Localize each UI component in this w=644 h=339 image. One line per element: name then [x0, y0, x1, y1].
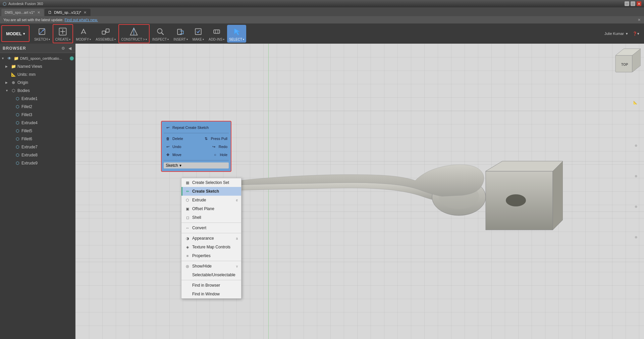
model-arrow-icon: ▾ [23, 32, 25, 36]
svg-line-1 [39, 29, 45, 35]
tabs-bar: DMS_spo...art v1* ✕ 🗋 DMS_sp...v1(1)* ✕ [0, 7, 644, 16]
menu-create-selection-set[interactable]: ▦ Create Selection Set [181, 178, 241, 187]
move-hole-row[interactable]: ✥ Move ○ Hole [164, 151, 229, 158]
delete-item[interactable]: 🗑 Delete ⇅ Press Pull [164, 135, 229, 142]
axis-v-marks: ⊕ ⊕ ⊕ ⊕ [635, 144, 637, 239]
mini-context-menu: ↩ Repeat Create Sketch 🗑 Delete ⇅ Press … [161, 121, 231, 172]
menu-selectable[interactable]: Selectable/Unselectable [181, 271, 241, 279]
undo-label: Undo [172, 145, 181, 149]
menu-show-hide[interactable]: ◎ Show/Hide v [181, 262, 241, 271]
inspect-icon [155, 26, 166, 37]
tree-extrude7[interactable]: ▶ ⬡ Extrude7 [0, 143, 75, 151]
tab-1-close[interactable]: ✕ [37, 10, 41, 14]
appearance-icon: ◑ [185, 236, 190, 241]
toolbar-sketch[interactable]: SKETCH▾ [32, 25, 52, 43]
toolbar-assemble[interactable]: ASSEMBLE▾ [94, 25, 118, 43]
svg-rect-8 [106, 29, 109, 32]
make-icon [193, 26, 204, 37]
tree-extrude1[interactable]: ▶ ⬡ Extrude1 [0, 95, 75, 103]
viewport[interactable]: TOP 📐 ↩ Repeat Create Sketch 🗑 Delete [75, 44, 644, 339]
tree-extrude4[interactable]: ▶ ⬡ Extrude4 [0, 119, 75, 127]
move-label: Move [172, 153, 181, 157]
tree-fillet2[interactable]: ▶ ⬡ Fillet2 [0, 103, 75, 111]
tab-2[interactable]: 🗋 DMS_sp...v1(1)* ✕ [45, 9, 91, 16]
repeat-create-sketch-item[interactable]: ↩ Repeat Create Sketch [164, 124, 229, 131]
update-link[interactable]: Find out what's new. [64, 18, 98, 22]
convert-label: Convert [192, 226, 206, 230]
texture-map-icon: ◈ [185, 244, 190, 250]
minimize-button[interactable]: ─ [625, 1, 629, 6]
show-hide-label: Show/Hide [192, 264, 212, 269]
tree-bodies[interactable]: ▼ ⬡ Bodies [0, 87, 75, 95]
selectable-icon [185, 272, 190, 278]
menu-convert[interactable]: ↔ Convert [181, 224, 241, 232]
bodies-label: Bodies [17, 88, 74, 93]
tree-units[interactable]: ▶ 📐 Units: mm [0, 70, 75, 79]
toolbar-select[interactable]: SELECT▾ [227, 25, 246, 43]
extrude9-label: Extrude9 [21, 161, 74, 165]
svg-rect-15 [195, 29, 201, 35]
fillet2-op-icon: ⬡ [15, 104, 20, 109]
tree-extrude9[interactable]: ▶ ⬡ Extrude9 [0, 159, 75, 167]
tree-fillet5[interactable]: ▶ ⬡ Fillet5 [0, 127, 75, 135]
tree-root-row[interactable]: ▼ 👁 📁 DMS_spoon_certificatio... [0, 54, 75, 62]
help-icon[interactable]: ❓▾ [633, 32, 639, 36]
menu-texture-map[interactable]: ◈ Texture Map Controls [181, 243, 241, 251]
undo-redo-row[interactable]: ↩ Undo ↪ Redo [164, 143, 229, 150]
menu-find-window[interactable]: Find in Window [181, 290, 241, 298]
toolbar-add-ins[interactable]: ADD-INS▾ [207, 25, 226, 43]
toolbar-create[interactable]: CREATE▾ [53, 24, 73, 43]
root-status-icon [70, 56, 74, 60]
sketch-tab[interactable]: Sketch ▾ [164, 162, 229, 168]
press-pull-icon: ⇅ [203, 136, 209, 141]
menu-find-browser[interactable]: Find in Browser [181, 281, 241, 290]
tab-2-close[interactable]: ✕ [83, 10, 87, 14]
user-name: Julie Kumar [604, 32, 624, 36]
toolbar-inspect[interactable]: INSPECT▾ [150, 25, 171, 43]
toolbar-construct[interactable]: CONSTRUCT >▾ [118, 24, 150, 43]
fillet5-op-icon: ⬡ [15, 128, 20, 134]
update-close[interactable]: ✕ [638, 18, 641, 22]
insert-icon [175, 26, 186, 37]
maximize-button[interactable]: □ [631, 1, 635, 6]
sketch-tab-arrow-icon: ▾ [179, 163, 181, 168]
tree-extrude8[interactable]: ▶ ⬡ Extrude8 [0, 151, 75, 159]
tab-2-label: DMS_sp...v1(1)* [54, 10, 81, 14]
toolbar: MODEL ▾ SKETCH▾ CREATE▾ MODIFY▾ [0, 23, 644, 44]
toolbar-insert[interactable]: INSERT▾ [171, 25, 190, 43]
toolbar-modify[interactable]: MODIFY▾ [74, 25, 93, 43]
tree-fillet3[interactable]: ▶ ⬡ Fillet3 [0, 111, 75, 119]
menu-shell[interactable]: ◻ Shell [181, 213, 241, 222]
menu-appearance[interactable]: ◑ Appearance a [181, 234, 241, 243]
sketch-icon [37, 26, 47, 37]
select-label: SELECT▾ [229, 38, 244, 41]
tree-origin[interactable]: ▶ ⊕ Origin [0, 79, 75, 87]
browser-collapse-icon[interactable]: ◀ [67, 46, 72, 51]
coord-mark-1: 📐 [633, 101, 637, 104]
model-button[interactable]: MODEL ▾ [1, 25, 30, 42]
tree-fillet6[interactable]: ▶ ⬡ Fillet6 [0, 135, 75, 143]
main-layout: BROWSER ⚙ ◀ ▼ 👁 📁 DMS_spoon_certificatio… [0, 44, 644, 339]
convert-icon: ↔ [185, 225, 190, 231]
menu-create-sketch[interactable]: ✏ Create Sketch [181, 187, 241, 196]
extrude9-op-icon: ⬡ [15, 160, 20, 166]
menu-offset-plane[interactable]: ▣ Offset Plane [181, 204, 241, 213]
toolbar-make[interactable]: MAKE▾ [191, 25, 206, 43]
view-cube[interactable]: TOP [614, 47, 641, 74]
axis-mark-3: ⊕ [635, 205, 637, 208]
insert-label: INSERT▾ [173, 38, 188, 41]
root-expand-icon: ▼ [1, 57, 5, 60]
appearance-label: Appearance [192, 236, 214, 241]
tab-1[interactable]: DMS_spo...art v1* ✕ [1, 9, 44, 16]
menu-properties[interactable]: ≡ Properties [181, 251, 241, 260]
tree-named-views[interactable]: ▶ 📁 Named Views [0, 62, 75, 70]
undo-icon: ↩ [165, 144, 170, 149]
close-button[interactable]: ✕ [637, 1, 641, 6]
units-icon: 📐 [11, 72, 16, 77]
fillet2-label: Fillet2 [21, 104, 74, 109]
user-area[interactable]: Julie Kumar ▾ ❓▾ [604, 32, 639, 36]
menu-extrude[interactable]: ⬡ Extrude e [181, 196, 241, 204]
browser-settings-icon[interactable]: ⚙ [60, 46, 66, 51]
create-sketch-menu-icon: ✏ [185, 189, 190, 194]
shell-icon: ◻ [185, 215, 190, 220]
